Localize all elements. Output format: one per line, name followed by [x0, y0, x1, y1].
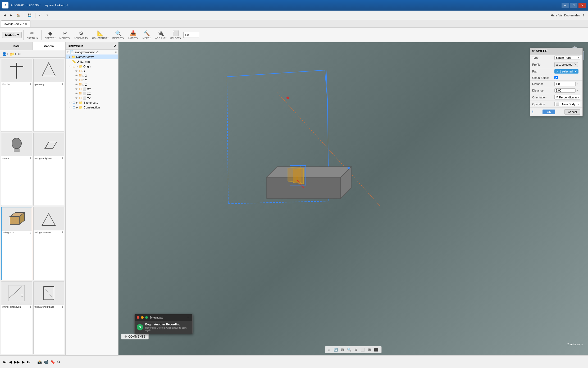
sweep-orientation-dropdown[interactable]: ⟲ Perpendicular ▾ [554, 95, 580, 99]
thumb-first-bar[interactable]: first bar ℹ [1, 59, 32, 132]
timeline-settings-button[interactable]: ⚙ [57, 360, 61, 364]
screencast-begin-recording[interactable]: Begin Another Recording [145, 323, 190, 326]
minimize-button[interactable]: ─ [562, 3, 569, 8]
tab-swingshowcase[interactable]: swings...se v1* ✕ [1, 20, 30, 27]
snapshot-button[interactable]: 📸 [37, 360, 42, 364]
screencast-minimize-dot[interactable] [141, 316, 144, 319]
add-user-button[interactable]: 👤+ [2, 52, 9, 56]
home-view-button[interactable]: ⌂ [327, 347, 331, 352]
undo-button[interactable]: ↩ [38, 13, 43, 17]
data-tab[interactable]: Data [0, 42, 33, 50]
sweep-operation-dropdown[interactable]: ⬜ New Body ▾ [554, 102, 580, 106]
environment-button[interactable]: ⬛ [373, 347, 379, 352]
browser-refresh-icon[interactable]: ⟳ [115, 51, 117, 54]
thumb-stamp[interactable]: stamp ℹ [1, 133, 32, 206]
browser-refresh-icon[interactable]: ⟳ [114, 44, 116, 48]
orbit-button[interactable]: 🔄 [332, 347, 339, 352]
playback-start-button[interactable]: ⏮ [3, 360, 7, 364]
browser-item-XZ[interactable]: 👁 ☑ ⬜ XZ [66, 91, 118, 96]
thumb-label-swingblockplane: swingblockplane ℹ [34, 156, 64, 160]
back-button[interactable]: ◀ [2, 13, 7, 17]
assemble-group[interactable]: ⚙ ASSEMBLE [72, 29, 90, 40]
browser-item-X[interactable]: 👁 ☑ □ X [66, 73, 118, 78]
viewport[interactable]: TOP COMMENTS ⌂ 🔄 ⊡ 🔍 ⊕ ⬜ ⊞ ⬛ 2 sel [118, 42, 588, 355]
eye-icon-yz: 👁 [75, 97, 78, 99]
insert-group[interactable]: 📥 INSERT [126, 29, 140, 40]
thumb-trisquarehourglass[interactable]: trisquarehourglass ℹ [33, 281, 65, 354]
addins-group[interactable]: 🔌 ADD-INS [154, 29, 168, 40]
forward-button[interactable]: ▶ [8, 13, 14, 17]
thumb-geometry[interactable]: geometry ℹ [33, 59, 65, 132]
zoom-in-button[interactable]: ⊕ [353, 347, 358, 352]
svg-point-32 [348, 167, 350, 169]
sweep-distance1-input[interactable] [554, 82, 576, 86]
maximize-button[interactable]: □ [570, 3, 577, 8]
screencast-menu-dots[interactable]: ⋮ [186, 315, 190, 320]
browser-item-Y[interactable]: 👁 ☑ □ Y [66, 78, 118, 82]
model-button[interactable]: MODEL ▾ [2, 32, 22, 38]
sweep-path-selector[interactable]: ↗ 1 selected ✕ [554, 69, 578, 74]
sweep-info-icon[interactable]: ℹ [532, 110, 534, 114]
fit-button[interactable]: ⊡ [340, 347, 345, 352]
browser-item-origin[interactable]: 👁 ☑ ▼ 📁 Origin [66, 64, 118, 69]
bookmark-button[interactable]: 🔖 [51, 360, 55, 364]
browser-item-construction[interactable]: 👁 ☑ ▶ 📁 Construction [66, 105, 118, 110]
chain-select-checkbox[interactable] [554, 76, 558, 79]
save-button[interactable]: 💾 [26, 13, 33, 17]
browser-item-root[interactable]: ▼ 📄 swingshowcase v1 ⟳ [66, 50, 118, 54]
select-value-input[interactable] [183, 32, 199, 38]
settings-button[interactable]: ⚙ [17, 52, 21, 56]
grid-button[interactable]: ⊞ [367, 347, 372, 352]
info-icon-stamp[interactable]: ℹ [30, 157, 31, 160]
info-icon-first-bar[interactable]: ℹ [30, 83, 31, 86]
new-folder-button[interactable]: 📁+ [10, 52, 16, 56]
people-tab[interactable]: People [33, 42, 66, 50]
thumb-swingshowcase[interactable]: swingshowcase ℹ [33, 207, 65, 280]
modify-group[interactable]: ✂ MODIFY [58, 29, 72, 40]
info-icon-swingshowcase[interactable]: ℹ [62, 231, 63, 234]
path-clear-icon[interactable]: ✕ [574, 70, 577, 73]
playback-play-button[interactable]: ▶ [22, 360, 25, 364]
browser-item-XY[interactable]: 👁 ☑ ⬜ XY [66, 87, 118, 91]
sweep-ok-button[interactable]: OK [543, 110, 555, 114]
toolbar-separator [41, 30, 42, 40]
zoom-out-button[interactable]: 🔍 [346, 347, 352, 352]
display-mode-button[interactable]: ⬜ [359, 347, 366, 352]
info-icon-swingbox1[interactable]: ℹ [30, 231, 31, 234]
thumb-swing-eindhoven[interactable]: swing_eindhoven ℹ [1, 281, 32, 354]
browser-item-named-views[interactable]: ▶ 📁 Named Views [66, 54, 118, 59]
screencast-maximize-dot[interactable] [145, 316, 148, 319]
browser-item-Z[interactable]: 👁 ☑ □ Z [66, 82, 118, 87]
playback-prev-button[interactable]: ◀ [9, 360, 12, 364]
playback-next-button[interactable]: ▶▶ [14, 360, 20, 364]
playback-end-button[interactable]: ⏭ [27, 360, 31, 364]
create-group[interactable]: ◆ CREATE [43, 29, 57, 40]
make-group[interactable]: 🔨 MAKE [140, 29, 153, 40]
construct-group[interactable]: 📐 CONSTRUCT [90, 29, 110, 40]
home-button[interactable]: 🏠 [15, 13, 22, 17]
info-icon-swing-eindhoven[interactable]: ℹ [30, 305, 31, 308]
info-icon-geometry[interactable]: ℹ [62, 83, 63, 86]
browser-item-sketches[interactable]: 👁 ☑ ▶ 📁 Sketches... [66, 100, 118, 105]
sweep-cancel-button[interactable]: Cancel [564, 109, 580, 115]
sweep-distance2-input[interactable] [554, 88, 576, 93]
thumb-swingbox1[interactable]: swingbox1 ℹ [1, 207, 32, 280]
inspect-group[interactable]: 🔍 INSPECT [111, 29, 126, 40]
help-button[interactable]: ? [581, 13, 586, 17]
sweep-type-dropdown[interactable]: Single Path ▾ [554, 56, 580, 60]
info-icon-swingblockplane[interactable]: ℹ [62, 157, 63, 160]
browser-item-YZ[interactable]: 👁 ☑ ⬜ YZ [66, 96, 118, 100]
select-group[interactable]: ⬜ SELECT [169, 29, 183, 40]
browser-item-O[interactable]: 👁 ☑ O [66, 69, 118, 73]
redo-button[interactable]: ↪ [44, 13, 50, 17]
close-button[interactable]: ✕ [578, 3, 586, 8]
tab-close-icon[interactable]: ✕ [25, 22, 27, 25]
profile-clear-icon[interactable]: ✕ [574, 63, 577, 66]
sketch-group[interactable]: ✏ SKETCH [25, 29, 40, 40]
record-button[interactable]: 📹 [44, 360, 48, 364]
comments-bar[interactable]: COMMENTS [121, 334, 149, 339]
sweep-profile-selector[interactable]: ⊞ 1 selected ✕ [554, 62, 578, 67]
thumb-swingblockplane[interactable]: swingblockplane ℹ [33, 133, 65, 206]
screencast-close-dot[interactable] [137, 316, 139, 319]
info-icon-trisquarehourglass[interactable]: ℹ [62, 305, 63, 308]
